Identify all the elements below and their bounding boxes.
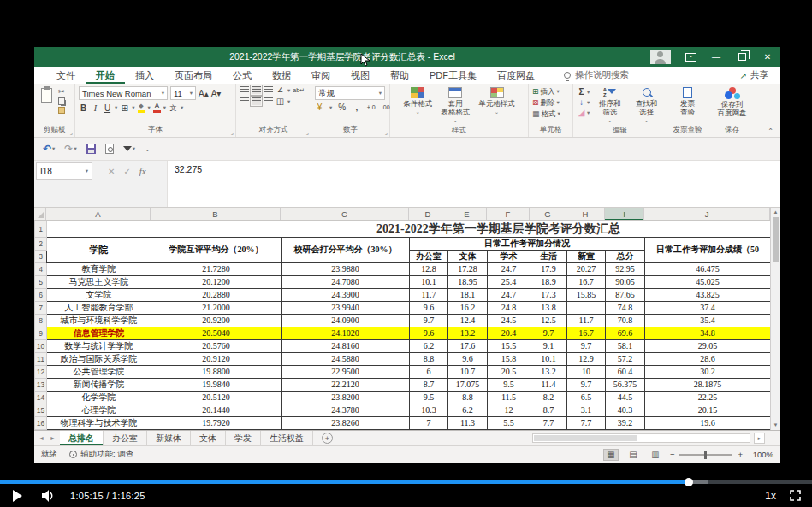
cell[interactable]: 23.5440 — [282, 429, 410, 430]
cell[interactable]: 11.3 — [448, 416, 488, 429]
row-header[interactable]: 16 — [35, 416, 47, 429]
cell[interactable]: 9.6 — [410, 327, 448, 339]
row-header[interactable]: 3 — [35, 250, 47, 262]
font-color-icon[interactable]: A — [153, 103, 161, 113]
close-button[interactable]: ✕ — [755, 47, 780, 67]
header-mutual-score[interactable]: 学院互评平均分（20%） — [151, 237, 282, 262]
redo-button[interactable]: ↷▾ — [64, 143, 76, 155]
copy-icon[interactable] — [58, 97, 65, 105]
dialog-launcher-icon[interactable]: ⌟ — [385, 129, 388, 136]
column-header-C[interactable]: C — [281, 208, 409, 220]
cell[interactable]: 4.3 — [488, 429, 530, 430]
phonetic-guide-icon[interactable]: 文 — [169, 103, 178, 113]
ribbon-tab-插入[interactable]: 插入 — [125, 67, 164, 84]
cell[interactable]: 30.2 — [645, 365, 771, 378]
row-header[interactable]: 9 — [35, 327, 47, 339]
increase-decimal-icon[interactable]: +.0 — [366, 104, 376, 110]
font-name-select[interactable]: Times New Roman▾ — [79, 86, 168, 100]
cell[interactable]: 7.7 — [530, 416, 567, 429]
cell[interactable]: 39.2 — [606, 416, 645, 429]
column-header-A[interactable]: A — [46, 208, 151, 220]
cell-college[interactable]: 心理学院 — [47, 404, 151, 416]
normal-view-button[interactable]: ▦ — [603, 449, 619, 461]
cell[interactable]: 11.5 — [488, 391, 530, 404]
cell[interactable]: 6.5 — [567, 391, 606, 404]
cell[interactable]: 9.5 — [410, 391, 448, 404]
cell[interactable]: 23.8200 — [282, 391, 410, 404]
cell[interactable]: 24.3780 — [282, 404, 410, 416]
sort-filter-button[interactable]: AZ 排序和筛选⌄ — [593, 86, 626, 126]
cell[interactable]: 10.7 — [448, 365, 488, 378]
cell-college[interactable]: 化学学院 — [47, 391, 151, 404]
clear-button[interactable]: ◢▾ — [577, 108, 590, 117]
header-total[interactable]: 总分 — [606, 250, 645, 262]
format-as-table-button[interactable]: 套用表格格式⌄ — [438, 86, 472, 126]
cell[interactable]: 17.28 — [448, 262, 488, 275]
cell[interactable]: 24.7 — [488, 288, 530, 301]
header-daily-group[interactable]: 日常工作考评加分情况 — [410, 237, 645, 250]
cell[interactable]: 57.2 — [606, 352, 645, 365]
cell[interactable]: 21.7280 — [151, 262, 282, 275]
zoom-level[interactable]: 100% — [748, 450, 773, 459]
cell[interactable]: 17.6 — [448, 339, 488, 352]
header-college[interactable]: 学院 — [47, 237, 151, 262]
row-header[interactable]: 1 — [35, 221, 47, 238]
align-center-icon[interactable] — [252, 97, 261, 105]
conditional-formatting-button[interactable]: 条件格式⌄ — [400, 86, 435, 126]
cell[interactable]: 92.95 — [606, 262, 645, 275]
cell[interactable]: 19.8800 — [151, 365, 282, 378]
cell[interactable]: 6.2 — [410, 339, 448, 352]
format-cells-button[interactable]: ▦格式▾ — [532, 109, 569, 119]
cell[interactable]: 8.4 — [567, 429, 606, 430]
row-header[interactable]: 11 — [35, 352, 47, 365]
cell[interactable]: 22.9500 — [282, 365, 410, 378]
cell[interactable]: 56.375 — [606, 378, 645, 391]
new-sheet-button[interactable]: + — [322, 433, 333, 444]
cell-college[interactable]: 马克思主义学院 — [47, 275, 151, 288]
scroll-up-icon[interactable]: ▲ — [773, 208, 779, 217]
cell-styles-button[interactable]: 单元格样式⌄ — [476, 86, 518, 126]
cell[interactable]: 18.1 — [448, 288, 488, 301]
column-header-J[interactable]: J — [644, 208, 770, 220]
cell[interactable]: 25.4 — [488, 275, 530, 288]
formula-bar[interactable]: 32.275 — [167, 161, 780, 207]
bold-icon[interactable]: B — [79, 103, 88, 113]
ribbon-tab-帮助[interactable]: 帮助 — [380, 67, 419, 84]
cell[interactable]: 18.9 — [530, 275, 567, 288]
ribbon-tab-视图[interactable]: 视图 — [341, 67, 380, 84]
paste-button[interactable] — [38, 86, 55, 125]
cell[interactable]: 24.5 — [488, 314, 530, 327]
tell-me-box[interactable]: 操作说明搜索 — [564, 67, 629, 84]
cell[interactable]: 16.7 — [567, 275, 606, 288]
insert-function-icon[interactable]: fx — [139, 166, 146, 176]
cell-college[interactable]: 信息管理学院 — [47, 327, 151, 339]
cell-college[interactable]: 人工智能教育学部 — [47, 301, 151, 314]
cell[interactable]: 37.4 — [645, 301, 771, 314]
cell[interactable]: 5.5 — [488, 416, 530, 429]
print-preview-button[interactable] — [105, 144, 114, 154]
autosum-button[interactable]: Σ▾ — [577, 87, 590, 97]
cell[interactable]: 10.1 — [530, 352, 567, 365]
fill-button[interactable]: ↓▾ — [577, 97, 590, 107]
cell[interactable]: 9.6 — [448, 352, 488, 365]
cell[interactable]: 69.6 — [606, 327, 645, 339]
ribbon-tab-公式[interactable]: 公式 — [222, 67, 262, 84]
header-academic[interactable]: 学术 — [488, 250, 530, 262]
cell[interactable]: 23.8260 — [282, 416, 410, 429]
comma-style-icon[interactable]: , — [352, 103, 361, 112]
header-publicity[interactable]: 新宣 — [567, 250, 606, 262]
cell[interactable]: 20.5760 — [151, 339, 282, 352]
accessibility-status[interactable]: 辅助功能: 调查 — [69, 449, 133, 460]
cell[interactable]: 24.0900 — [282, 314, 410, 327]
cell[interactable]: 12 — [488, 404, 530, 416]
horizontal-scroll-thumb[interactable] — [534, 435, 637, 441]
cell[interactable]: 20.5 — [488, 365, 530, 378]
cell[interactable]: 20.9200 — [151, 314, 282, 327]
cell[interactable]: 70.8 — [606, 314, 645, 327]
accounting-format-icon[interactable]: ¥ — [315, 103, 324, 112]
cell[interactable]: 8.7 — [530, 404, 567, 416]
cell[interactable]: 23.9940 — [282, 301, 410, 314]
cell[interactable]: 8.8 — [410, 352, 448, 365]
align-middle-icon[interactable] — [252, 86, 261, 94]
cancel-icon[interactable]: ✕ — [108, 167, 115, 176]
